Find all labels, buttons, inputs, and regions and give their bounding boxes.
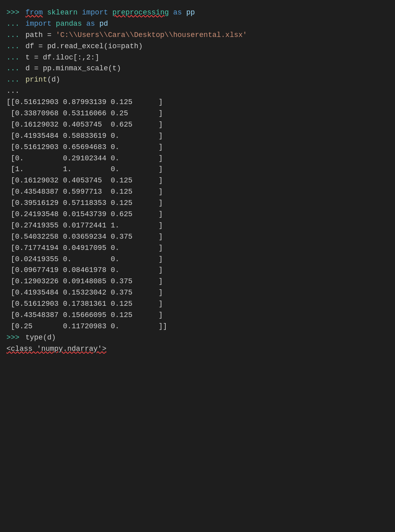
token xyxy=(108,7,113,18)
output-line: [0.71774194 0.04917095 0. ] xyxy=(6,243,389,254)
output-line: [0.12903226 0.09148085 0.375 ] xyxy=(6,276,389,287)
token xyxy=(78,7,82,18)
token: import xyxy=(25,18,51,30)
output-line: [0.16129032 0.4053745 0.125 ] xyxy=(6,175,389,186)
output-line: [0.41935484 0.15323042 0.375 ] xyxy=(6,287,389,299)
input-line: ... df = pd.read_excel(io=path) xyxy=(6,41,389,52)
input-line: ... print(d) xyxy=(6,74,389,86)
prompt-arrow: >>> xyxy=(6,7,19,18)
class-output-text: <class 'numpy.ndarray'> xyxy=(6,344,106,355)
token xyxy=(21,18,25,30)
class-output-line: <class 'numpy.ndarray'> xyxy=(6,344,389,355)
input-line: ... d = pp.minmax_scale(t) xyxy=(6,63,389,74)
token: d = pp.minmax_scale(t) xyxy=(21,63,121,74)
token: print xyxy=(25,74,47,86)
output-line: [0.27419355 0.01772441 1. ] xyxy=(6,220,389,231)
token: preprocessing xyxy=(112,7,169,18)
token: pd xyxy=(95,18,108,30)
output-line: [0.09677419 0.08461978 0. ] xyxy=(6,265,389,276)
token: t = df.iloc[:,2:] xyxy=(21,52,99,63)
prompt-dots: ... xyxy=(6,74,19,86)
token: type(d) xyxy=(21,332,56,344)
token xyxy=(82,18,86,30)
token: (d) xyxy=(47,74,60,86)
token: as xyxy=(173,7,182,18)
token xyxy=(51,18,56,30)
output-line: [0.41935484 0.58833619 0. ] xyxy=(6,131,389,142)
token xyxy=(182,7,186,18)
token: 'C:\\Users\\Cara\\Desktop\\houserental.x… xyxy=(56,30,247,41)
input-line: >>> type(d) xyxy=(6,332,389,344)
token: as xyxy=(86,18,95,30)
output-line: [1. 1. 0. ] xyxy=(6,164,389,175)
token: pandas xyxy=(56,18,82,30)
token xyxy=(21,7,25,18)
input-line: ... path = 'C:\\Users\\Cara\\Desktop\\ho… xyxy=(6,30,389,41)
input-line: >>> from sklearn import preprocessing as… xyxy=(6,7,389,18)
input-line: ... t = df.iloc[:,2:] xyxy=(6,52,389,63)
output-line: [[0.51612903 0.87993139 0.125 ] xyxy=(6,97,389,108)
output-line: ... xyxy=(6,86,389,97)
token xyxy=(169,7,173,18)
output-line: [0.24193548 0.01543739 0.625 ] xyxy=(6,209,389,220)
output-line: [0.16129032 0.4053745 0.625 ] xyxy=(6,119,389,131)
terminal-window: >>> from sklearn import preprocessing as… xyxy=(0,3,395,359)
token: sklearn xyxy=(47,7,78,18)
output-line: [0.39516129 0.57118353 0.125 ] xyxy=(6,198,389,209)
prompt-dots: ... xyxy=(6,52,19,63)
output-line: [0. 0.29102344 0. ] xyxy=(6,153,389,164)
output-line: [0.33870968 0.53116066 0.25 ] xyxy=(6,108,389,119)
prompt-dots: ... xyxy=(6,41,19,52)
input-line: ... import pandas as pd xyxy=(6,18,389,30)
token: import xyxy=(82,7,108,18)
prompt-dots: ... xyxy=(6,63,19,74)
output-line: [0.54032258 0.03659234 0.375 ] xyxy=(6,231,389,243)
output-line: [0.25 0.11720983 0. ]] xyxy=(6,321,389,332)
output-line: [0.51612903 0.65694683 0. ] xyxy=(6,142,389,153)
prompt-dots: ... xyxy=(6,18,19,30)
token: pp xyxy=(186,7,195,18)
token: df = pd.read_excel(io=path) xyxy=(21,41,142,52)
output-line: [0.43548387 0.5997713 0.125 ] xyxy=(6,186,389,198)
output-line: [0.02419355 0. 0. ] xyxy=(6,254,389,265)
token xyxy=(43,7,47,18)
prompt-dots: ... xyxy=(6,30,19,41)
token: from xyxy=(25,7,43,18)
prompt-arrow: >>> xyxy=(6,332,19,344)
token: path = xyxy=(21,30,56,41)
token xyxy=(21,74,25,86)
output-line: [0.51612903 0.17381361 0.125 ] xyxy=(6,299,389,310)
output-line: [0.43548387 0.15666095 0.125 ] xyxy=(6,310,389,321)
